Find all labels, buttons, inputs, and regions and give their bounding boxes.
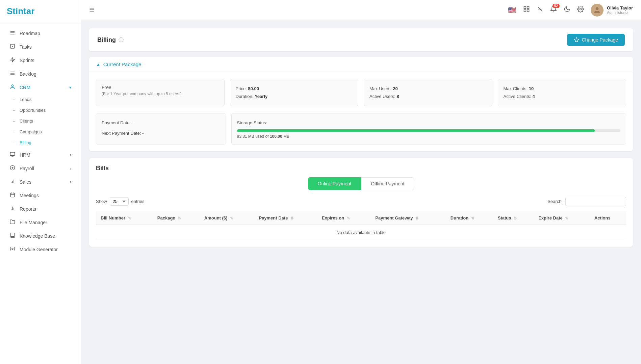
col-expires-on[interactable]: Expires on ⇅ [317,211,371,225]
col-amount[interactable]: Amount ($) ⇅ [200,211,254,225]
offline-payment-tab[interactable]: Offline Payment [361,177,414,190]
col-label: Package [157,215,175,220]
active-users-value: 8 [396,94,399,99]
page-content: Billing ⓘ Change Package ▲ Current Packa… [81,20,641,364]
storage-bar-fill [237,129,595,132]
sidebar-item-hrm[interactable]: HRM › [3,148,78,161]
max-users-value: 20 [393,86,398,91]
col-payment-date[interactable]: Payment Date ⇅ [254,211,317,225]
info-icon[interactable]: ⓘ [119,37,124,43]
svg-rect-6 [10,152,15,155]
payment-date-label: Payment Date: [102,120,132,125]
show-label: Show [96,199,107,204]
bills-section: Bills Online Payment Offline Payment Sho… [89,158,633,247]
sidebar-item-meetings[interactable]: Meetings [3,189,78,202]
meetings-icon [9,192,16,199]
svg-rect-15 [10,193,15,197]
col-actions: Actions [590,211,626,225]
duration-label: Duration: [236,94,254,99]
sidebar-item-clients[interactable]: Clients [3,116,78,126]
sidebar-item-label: HRM [20,152,30,158]
sort-icon: ⇅ [514,216,517,220]
col-label: Bill Number [101,215,125,220]
sidebar-item-sales[interactable]: Sales › [3,175,78,188]
online-payment-tab[interactable]: Online Payment [308,177,361,190]
col-duration[interactable]: Duration ⇅ [446,211,493,225]
chevron-up-icon: ▲ [96,62,101,67]
section-header[interactable]: ▲ Current Package [89,57,633,72]
col-label: Payment Date [259,215,288,220]
duration-value: Yearly [255,94,267,99]
sidebar-navigation: Roadmap Tasks Sprints Backlog [0,23,81,260]
col-status[interactable]: Status ⇅ [493,211,534,225]
svg-rect-20 [524,7,526,9]
sidebar-sub-label: Billing [20,140,31,145]
col-bill-number[interactable]: Bill Number ⇅ [96,211,153,225]
page-title-row: Billing ⓘ [97,36,124,44]
settings-icon[interactable] [577,6,584,14]
storage-bar-container: 93.31 MB used of 100.00 MB [237,129,621,139]
change-package-button[interactable]: Change Package [567,34,625,46]
sidebar-item-module-generator[interactable]: Module Generator [3,243,78,256]
storage-total: 100.00 [270,134,282,139]
user-profile[interactable]: Olivia Taylor Administrator [591,4,633,17]
notifications-icon[interactable]: 52 [550,6,557,14]
sidebar-item-label: Reports [20,206,36,212]
sidebar-item-roadmap[interactable]: Roadmap [3,27,78,40]
sidebar-item-label: File Manager [20,220,47,225]
sidebar-sub-label: Opportunities [20,108,46,113]
apps-icon[interactable] [523,6,530,14]
duration-info: Duration: Yearly [236,93,353,100]
sidebar-item-opportunities[interactable]: Opportunities [3,105,78,115]
sidebar-item-crm[interactable]: CRM ▾ [3,81,78,94]
entries-select[interactable]: 25 10 50 100 [110,197,129,206]
max-users-info: Max Users: 20 [369,85,487,93]
knowledge-icon [9,233,16,239]
chevron-right-icon: › [70,180,71,184]
sidebar-item-file-manager[interactable]: File Manager [3,216,78,229]
sidebar-item-payroll[interactable]: Payroll › [3,162,78,175]
sales-icon [9,179,16,185]
col-label: Duration [451,215,468,220]
col-expire-date[interactable]: Expire Date ⇅ [534,211,590,225]
col-package[interactable]: Package ⇅ [153,211,200,225]
sidebar-item-label: Backlog [20,71,36,77]
active-clients-info: Active Clients: 4 [504,93,621,100]
col-label: Status [498,215,511,220]
folder-icon [9,219,16,226]
storage-text: 93.31 MB used of 100.00 MB [237,134,621,139]
hrm-icon [9,152,16,158]
sidebar-item-campaigns[interactable]: Campaigns [3,127,78,137]
sidebar-item-reports[interactable]: Reports [3,202,78,215]
svg-rect-21 [527,7,529,9]
chevron-down-icon: ▾ [69,85,71,90]
hamburger-menu[interactable]: ☰ [89,6,95,14]
svg-rect-23 [524,10,526,12]
language-flag[interactable]: 🇺🇸 [508,6,516,14]
package-bottom-grid: Payment Date: - Next Payment Date: - Sto… [89,113,633,151]
sidebar-item-label: Tasks [20,44,32,50]
sidebar-item-sprints[interactable]: Sprints [3,54,78,67]
change-package-label: Change Package [582,37,618,43]
sidebar-item-backlog[interactable]: Backlog [3,67,78,80]
dark-mode-icon[interactable] [564,6,570,14]
sidebar-item-label: Roadmap [20,31,40,36]
roadmap-icon [9,30,16,36]
customize-icon[interactable] [537,6,543,14]
col-label: Payment Gateway [375,215,413,220]
reports-icon [9,206,16,212]
main-content: ☰ 🇺🇸 52 [81,0,641,364]
sidebar-item-tasks[interactable]: Tasks [3,40,78,53]
sidebar-item-label: Sales [20,179,31,185]
users-card: Max Users: 20 Active Users: 8 [364,79,492,106]
sidebar-item-label: Knowledge Base [20,233,55,239]
svg-point-27 [580,8,581,10]
sidebar-item-knowledge-base[interactable]: Knowledge Base [3,229,78,242]
search-input[interactable] [565,197,626,206]
sort-icon: ⇅ [230,216,233,220]
pricing-card: Price: $0.00 Duration: Yearly [230,79,359,106]
sidebar-item-leads[interactable]: Leads [3,94,78,105]
sidebar-item-label: Module Generator [20,247,58,252]
col-payment-gateway[interactable]: Payment Gateway ⇅ [370,211,445,225]
sidebar-item-billing[interactable]: Billing [3,137,78,148]
